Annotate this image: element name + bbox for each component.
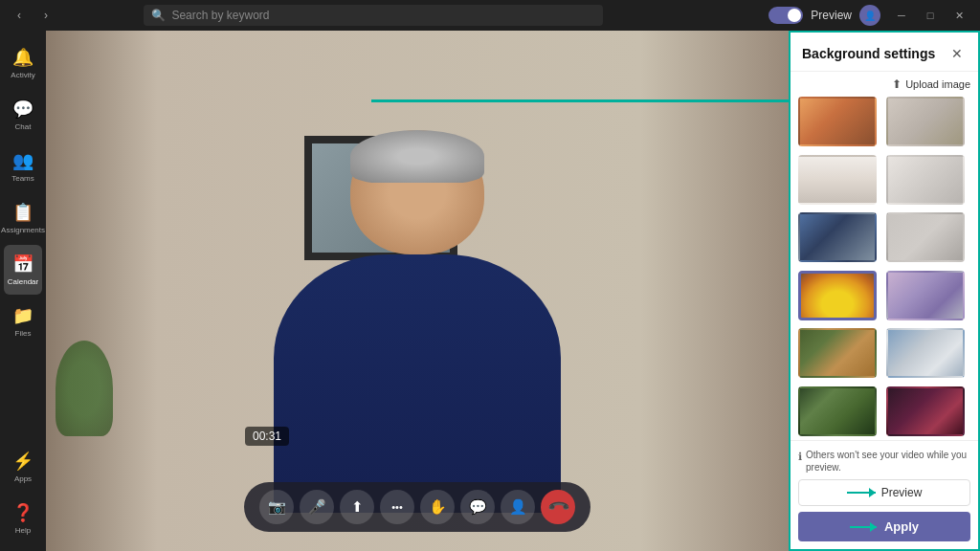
panel-header: Background settings ✕ [791,33,978,72]
person-body [274,254,561,513]
info-icon: ℹ [798,450,802,463]
sidebar-label-files: Files [15,329,32,338]
preview-toggle-switch[interactable] [768,7,803,24]
sidebar-item-apps[interactable]: ⚡ Apps [4,442,42,492]
preview-arrow-icon [847,492,876,494]
calendar-icon: 📅 [12,253,33,275]
back-button[interactable]: ‹ [8,4,31,27]
sidebar: 🔔 Activity 💬 Chat 👥 Teams 📋 Assignments … [0,31,46,551]
activity-icon: 🔔 [12,47,33,68]
background-settings-panel: Background settings ✕ ⬆ Upload image ℹ O… [789,31,980,551]
more-button[interactable]: ••• [380,490,414,524]
preview-label: Preview [811,9,852,22]
user-avatar[interactable]: 👤 [859,5,880,26]
upload-row: ⬆ Upload image [791,72,978,97]
sidebar-item-help[interactable]: ❓ Help [4,494,42,543]
raise-hand-button[interactable]: ✋ [420,490,455,524]
panel-title: Background settings [802,46,935,61]
preview-label: Preview [881,486,923,499]
sidebar-label-assignments: Assignments [1,226,45,234]
sidebar-label-activity: Activity [11,71,34,79]
sidebar-label-chat: Chat [15,122,32,131]
raise-hand-icon: ✋ [429,498,447,516]
bg-thumb-8[interactable] [886,271,965,320]
mic-button[interactable]: 🎤 [300,490,334,524]
main-content: 🔔 Activity 💬 Chat 👥 Teams 📋 Assignments … [0,31,980,551]
apply-button[interactable]: Apply [798,512,970,541]
panel-footer: ℹ Others won't see your video while you … [791,440,978,549]
assignments-icon: 📋 [12,202,33,223]
video-area: 00:31 📷 🎤 ⬆ ••• ✋ 💬 👤 [46,31,789,551]
share-icon: ⬆ [351,498,364,516]
preview-button[interactable]: Preview [798,479,970,506]
sidebar-item-files[interactable]: 📁 Files [4,297,42,346]
bg-thumb-2[interactable] [886,97,965,146]
notice-text: Others won't see your video while you pr… [806,449,970,474]
bg-thumb-4[interactable] [886,155,965,205]
apply-arrow-icon [850,526,877,528]
video-button[interactable]: 📷 [259,490,294,524]
video-icon: 📷 [268,498,286,516]
sidebar-item-assignments[interactable]: 📋 Assignments [4,193,42,243]
avatar-icon: 👤 [864,11,876,21]
bg-thumb-1[interactable] [798,97,877,146]
sidebar-item-teams[interactable]: 👥 Teams [4,142,42,191]
panel-close-button[interactable]: ✕ [947,44,967,63]
chat-button[interactable]: 💬 [460,490,495,524]
bg-thumb-5[interactable] [798,212,877,262]
minimize-button[interactable]: ─ [888,5,915,26]
chat-icon: 💬 [12,99,33,120]
footer-notice: ℹ Others won't see your video while you … [798,449,970,474]
sidebar-label-help: Help [15,526,31,535]
bg-thumb-12[interactable] [886,386,965,436]
share-button[interactable]: ⬆ [340,490,374,524]
arrow-pointing-panel [371,99,789,102]
apply-label: Apply [884,519,919,534]
bg-thumb-7[interactable] [798,271,877,320]
video-background [46,31,789,551]
files-icon: 📁 [12,305,33,326]
background-grid [791,97,978,440]
sidebar-label-teams: Teams [11,174,34,183]
sidebar-item-calendar[interactable]: 📅 Calendar [4,245,42,295]
more-icon: ••• [391,501,403,513]
bg-thumb-11[interactable] [798,386,877,436]
sidebar-item-chat[interactable]: 💬 Chat [4,90,42,140]
people-button[interactable]: 👤 [501,490,535,524]
title-bar: ‹ › 🔍 Search by keyword Preview 👤 ─ □ ✕ [0,0,980,31]
apps-icon: ⚡ [12,451,33,472]
call-controls-bar: 📷 🎤 ⬆ ••• ✋ 💬 👤 📞 [244,482,590,532]
people-icon: 👤 [509,498,527,516]
search-icon: 🔍 [151,9,166,22]
upload-icon: ⬆ [892,77,902,91]
bg-thumb-6[interactable] [886,212,965,262]
sidebar-label-apps: Apps [14,474,32,483]
end-call-button[interactable]: 📞 [541,490,575,524]
maximize-button[interactable]: □ [917,5,944,26]
chat-icon: 💬 [469,498,487,516]
bg-thumb-3[interactable] [798,155,877,205]
end-call-icon: 📞 [546,495,570,519]
call-timer: 00:31 [245,427,289,446]
search-placeholder: Search by keyword [171,9,269,22]
person-video [226,111,609,513]
preview-toggle: Preview [768,7,852,24]
sidebar-label-calendar: Calendar [8,277,38,286]
nav-buttons: ‹ › [8,4,57,27]
help-icon: ❓ [12,502,33,523]
bg-thumb-9[interactable] [798,328,877,378]
person-hair [350,130,484,183]
window-controls: ─ □ ✕ [888,5,972,26]
teams-icon: 👥 [12,150,33,171]
upload-label[interactable]: Upload image [905,78,970,90]
forward-button[interactable]: › [34,4,57,27]
close-button[interactable]: ✕ [946,5,972,26]
sidebar-item-activity[interactable]: 🔔 Activity [4,38,42,88]
plant [56,341,113,436]
mic-icon: 🎤 [308,498,326,516]
search-bar[interactable]: 🔍 Search by keyword [144,5,603,26]
bg-thumb-10[interactable] [886,328,965,378]
